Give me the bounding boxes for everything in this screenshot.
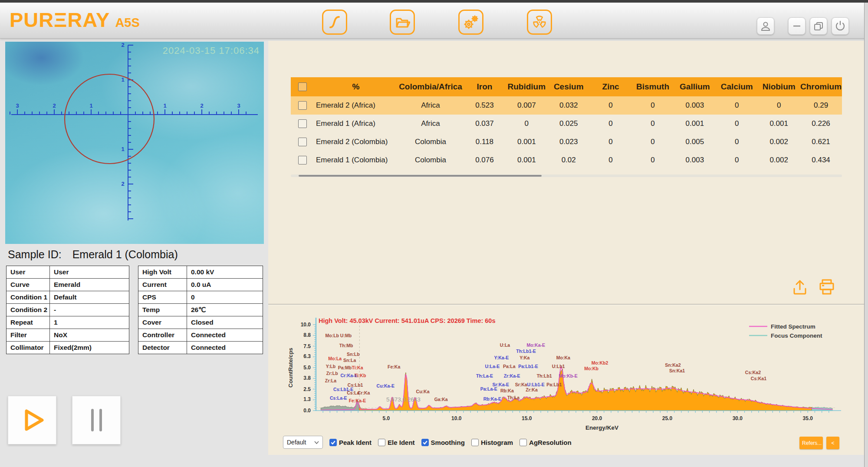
row-checkbox[interactable] [298, 156, 307, 164]
param-label: User [7, 266, 50, 278]
svg-text:20.0: 20.0 [592, 415, 602, 421]
table-row[interactable]: Emerald 2 (Africa)Africa0.5230.0070.0320… [291, 96, 842, 115]
value-cell: 0.025 [548, 119, 590, 128]
param-label: Current [138, 279, 187, 291]
chart-option-smoothing[interactable]: Smoothing [421, 439, 465, 446]
svg-text:Fitted Spectrum: Fitted Spectrum [771, 323, 815, 330]
svg-text:1: 1 [89, 102, 92, 109]
svg-text:Pa:Lb1: Pa:Lb1 [546, 382, 562, 387]
panel-divider [268, 304, 865, 305]
value-cell: 0.523 [464, 101, 506, 110]
chart-option-ele-ident[interactable]: Ele Ident [378, 439, 415, 446]
table-header-row: %Colombia/AfricaIronRubidiumCesiumZincBi… [291, 77, 842, 96]
legend: Fitted SpectrumFocus Component [749, 323, 822, 339]
value-cell: 0.076 [464, 156, 506, 164]
maximize-button[interactable] [810, 17, 827, 35]
x-axis-label: Energy/KeV [585, 424, 618, 431]
svg-text:Mo:Kb-E: Mo:Kb-E [559, 373, 578, 378]
param-label: Filter [7, 329, 50, 341]
svg-text:Fe:Ka-E: Fe:Ka-E [349, 398, 366, 403]
column-header: Calcium [716, 82, 758, 92]
scrollbar-thumb[interactable] [299, 175, 542, 177]
svg-text:25.0: 25.0 [662, 415, 673, 421]
power-close-button[interactable] [832, 17, 849, 35]
reference-button[interactable]: Refers... [799, 437, 823, 449]
svg-text:Zr:Ka: Zr:Ka [526, 387, 538, 392]
svg-text:Y:Ka-E: Y:Ka-E [494, 355, 509, 360]
svg-text:10.0: 10.0 [451, 415, 462, 421]
param-row: CPS0 [138, 291, 263, 304]
export-button[interactable] [787, 277, 807, 297]
select-all-checkbox[interactable] [298, 82, 307, 91]
svg-text:2.5: 2.5 [303, 386, 311, 392]
start-measure-button[interactable] [8, 396, 56, 444]
svg-text:3: 3 [237, 102, 240, 109]
svg-text:U:Lb1-E: U:Lb1-E [527, 382, 545, 387]
param-label: Condition 2 [7, 304, 50, 316]
svg-text:2: 2 [121, 181, 124, 187]
xray-source-button[interactable] [527, 10, 552, 35]
table-row[interactable]: Emerald 1 (Colombia)Colombia0.0760.0010.… [291, 151, 842, 169]
table-row[interactable]: Emerald 2 (Colombia)Colombia0.1180.0010.… [291, 133, 842, 151]
param-label: Curve [7, 279, 50, 291]
open-file-button[interactable] [390, 10, 415, 35]
svg-text:Mo:Ka: Mo:Ka [556, 355, 570, 360]
row-checkbox[interactable] [298, 101, 307, 110]
calibration-curve-button[interactable] [322, 10, 347, 35]
settings-button[interactable] [458, 10, 483, 35]
chart-option-peak-ident[interactable]: Peak Ident [329, 439, 372, 446]
svg-text:Focus Component: Focus Component [771, 332, 822, 339]
value-cell: 0 [758, 101, 800, 110]
svg-text:Mo:Ka-E: Mo:Ka-E [526, 342, 545, 348]
param-label: Cover [138, 316, 187, 329]
minimize-button[interactable] [788, 17, 806, 35]
svg-text:Cu:Ka-E: Cu:Ka-E [377, 383, 395, 388]
value-cell: 0 [590, 119, 632, 128]
param-value: Connected [187, 329, 263, 341]
pause-measure-button[interactable] [72, 396, 121, 444]
param-label: Repeat [7, 316, 50, 329]
table-horizontal-scrollbar[interactable] [291, 174, 842, 177]
y-axis-label: CountRate/cps [287, 348, 294, 388]
svg-text:Th:Lb1-E: Th:Lb1-E [516, 349, 536, 354]
sample-id-value: Emerald 1 (Colombia) [72, 248, 178, 260]
svg-text:Th:La: Th:La [507, 395, 520, 400]
collapse-button[interactable]: < [826, 437, 839, 449]
value-cell: 0 [632, 101, 674, 110]
svg-text:Th:Mb: Th:Mb [339, 343, 353, 348]
row-checkbox[interactable] [298, 119, 307, 128]
column-header: Colombia/Africa [398, 82, 464, 92]
value-cell: 0.003 [674, 101, 716, 110]
value-cell: 0 [590, 138, 632, 146]
sample-id-label: Sample ID: [8, 248, 62, 260]
print-button[interactable] [814, 277, 834, 297]
chart-option-histogram[interactable]: Histogram [471, 439, 513, 446]
param-value: Closed [187, 316, 263, 329]
param-value: 26℃ [187, 304, 263, 316]
svg-text:Sn:La: Sn:La [343, 358, 356, 363]
svg-text:35.0: 35.0 [803, 415, 813, 421]
checkbox-unchecked-icon [519, 439, 527, 446]
preset-dropdown[interactable]: Default [283, 436, 323, 449]
svg-text:Th:La-E: Th:La-E [476, 373, 493, 378]
checkbox-checked-icon [421, 439, 429, 446]
svg-text:Ti:Kb: Ti:Kb [355, 373, 366, 378]
ruler-crosshair [10, 45, 258, 220]
param-row: DetectorConnected [138, 342, 263, 354]
param-row: CollimatorFixed(2mm) [7, 342, 129, 354]
svg-text:Y:Ka: Y:Ka [519, 355, 529, 360]
camera-view: 3211232112 2024-03-15 17:06:34 [5, 42, 264, 244]
svg-text:Sn:Ka1: Sn:Ka1 [669, 368, 685, 373]
value-cell: 0 [632, 119, 674, 128]
camera-timestamp: 2024-03-15 17:06:34 [163, 45, 260, 56]
row-checkbox[interactable] [298, 138, 307, 146]
svg-text:1: 1 [163, 102, 166, 109]
param-label: Condition 1 [7, 291, 50, 303]
param-value: - [50, 304, 129, 316]
value-cell: 0 [506, 119, 548, 128]
value-cell: 0.434 [800, 156, 842, 164]
table-row[interactable]: Emerald 1 (Africa)Africa0.03700.025000.0… [291, 115, 842, 133]
checkbox-checked-icon [329, 439, 337, 446]
chart-option-agresolution[interactable]: AgResolution [519, 439, 572, 446]
user-button[interactable] [757, 17, 774, 35]
